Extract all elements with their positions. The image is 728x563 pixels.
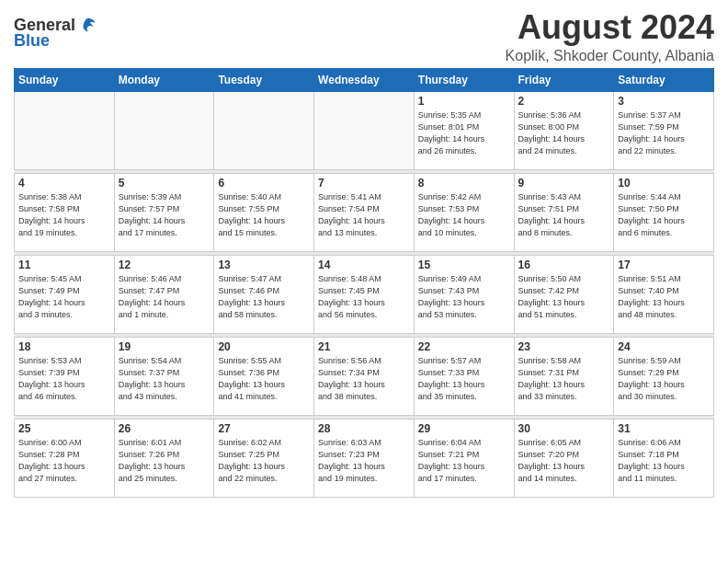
day-number: 28	[318, 422, 410, 435]
day-info: Sunrise: 5:39 AM Sunset: 7:57 PM Dayligh…	[119, 191, 210, 239]
page-header: General Blue August 2024 Koplik, Shkoder…	[14, 9, 714, 64]
logo: General Blue	[14, 15, 98, 51]
day-info: Sunrise: 5:57 AM Sunset: 7:33 PM Dayligh…	[418, 355, 510, 403]
day-info: Sunrise: 6:01 AM Sunset: 7:26 PM Dayligh…	[119, 437, 210, 485]
calendar-cell	[314, 91, 415, 169]
day-header-tuesday: Tuesday	[214, 68, 314, 91]
calendar-cell: 18Sunrise: 5:53 AM Sunset: 7:39 PM Dayli…	[15, 337, 115, 415]
calendar-cell: 11Sunrise: 5:45 AM Sunset: 7:49 PM Dayli…	[15, 255, 115, 333]
calendar-table: SundayMondayTuesdayWednesdayThursdayFrid…	[14, 68, 714, 498]
day-number: 21	[318, 340, 410, 353]
day-number: 22	[418, 340, 510, 353]
calendar-week-row: 4Sunrise: 5:38 AM Sunset: 7:58 PM Daylig…	[15, 173, 714, 251]
calendar-cell: 4Sunrise: 5:38 AM Sunset: 7:58 PM Daylig…	[15, 173, 115, 251]
day-number: 6	[218, 177, 310, 190]
calendar-cell	[214, 91, 314, 169]
calendar-cell: 1Sunrise: 5:35 AM Sunset: 8:01 PM Daylig…	[414, 91, 514, 169]
day-number: 5	[119, 177, 210, 190]
calendar-cell: 9Sunrise: 5:43 AM Sunset: 7:51 PM Daylig…	[514, 173, 614, 251]
day-header-wednesday: Wednesday	[314, 68, 415, 91]
calendar-cell: 6Sunrise: 5:40 AM Sunset: 7:55 PM Daylig…	[214, 173, 314, 251]
day-info: Sunrise: 5:35 AM Sunset: 8:01 PM Dayligh…	[418, 109, 510, 157]
day-info: Sunrise: 6:04 AM Sunset: 7:21 PM Dayligh…	[418, 437, 510, 485]
calendar-cell	[15, 91, 115, 169]
calendar-cell: 23Sunrise: 5:58 AM Sunset: 7:31 PM Dayli…	[514, 337, 614, 415]
day-number: 31	[618, 422, 710, 435]
day-number: 11	[18, 259, 110, 271]
day-number: 24	[618, 340, 710, 353]
day-number: 27	[218, 422, 310, 435]
calendar-header-row: SundayMondayTuesdayWednesdayThursdayFrid…	[15, 68, 714, 91]
day-number: 16	[518, 259, 610, 271]
day-number: 2	[518, 95, 610, 108]
location-subtitle: Koplik, Shkoder County, Albania	[506, 48, 714, 64]
day-header-monday: Monday	[114, 68, 214, 91]
day-info: Sunrise: 6:03 AM Sunset: 7:23 PM Dayligh…	[318, 437, 410, 485]
day-number: 1	[418, 95, 510, 108]
calendar-body: 1Sunrise: 5:35 AM Sunset: 8:01 PM Daylig…	[15, 91, 714, 497]
day-info: Sunrise: 6:05 AM Sunset: 7:20 PM Dayligh…	[518, 437, 610, 485]
day-info: Sunrise: 5:45 AM Sunset: 7:49 PM Dayligh…	[18, 273, 110, 321]
calendar-cell: 14Sunrise: 5:48 AM Sunset: 7:45 PM Dayli…	[314, 255, 415, 333]
calendar-cell: 3Sunrise: 5:37 AM Sunset: 7:59 PM Daylig…	[614, 91, 714, 169]
calendar-cell: 19Sunrise: 5:54 AM Sunset: 7:37 PM Dayli…	[114, 337, 214, 415]
day-info: Sunrise: 5:37 AM Sunset: 7:59 PM Dayligh…	[618, 109, 710, 157]
calendar-cell: 16Sunrise: 5:50 AM Sunset: 7:42 PM Dayli…	[514, 255, 614, 333]
day-info: Sunrise: 5:41 AM Sunset: 7:54 PM Dayligh…	[318, 191, 410, 239]
day-info: Sunrise: 5:55 AM Sunset: 7:36 PM Dayligh…	[218, 355, 310, 403]
day-info: Sunrise: 5:56 AM Sunset: 7:34 PM Dayligh…	[318, 355, 410, 403]
month-year-title: August 2024	[506, 9, 714, 46]
day-info: Sunrise: 5:53 AM Sunset: 7:39 PM Dayligh…	[18, 355, 110, 403]
day-info: Sunrise: 6:00 AM Sunset: 7:28 PM Dayligh…	[18, 437, 110, 485]
calendar-week-row: 1Sunrise: 5:35 AM Sunset: 8:01 PM Daylig…	[15, 91, 714, 169]
day-header-friday: Friday	[514, 68, 614, 91]
day-info: Sunrise: 5:59 AM Sunset: 7:29 PM Dayligh…	[618, 355, 710, 403]
day-info: Sunrise: 5:42 AM Sunset: 7:53 PM Dayligh…	[418, 191, 510, 239]
day-number: 10	[618, 177, 710, 190]
day-number: 18	[18, 340, 110, 353]
day-number: 15	[418, 259, 510, 271]
calendar-cell: 29Sunrise: 6:04 AM Sunset: 7:21 PM Dayli…	[414, 419, 514, 497]
logo-bird-icon	[78, 15, 98, 35]
day-number: 23	[518, 340, 610, 353]
day-info: Sunrise: 5:46 AM Sunset: 7:47 PM Dayligh…	[119, 273, 210, 321]
calendar-cell: 20Sunrise: 5:55 AM Sunset: 7:36 PM Dayli…	[214, 337, 314, 415]
day-info: Sunrise: 5:48 AM Sunset: 7:45 PM Dayligh…	[318, 273, 410, 321]
day-info: Sunrise: 5:51 AM Sunset: 7:40 PM Dayligh…	[618, 273, 710, 321]
day-info: Sunrise: 5:44 AM Sunset: 7:50 PM Dayligh…	[618, 191, 710, 239]
calendar-cell: 27Sunrise: 6:02 AM Sunset: 7:25 PM Dayli…	[214, 419, 314, 497]
day-info: Sunrise: 5:49 AM Sunset: 7:43 PM Dayligh…	[418, 273, 510, 321]
calendar-cell: 30Sunrise: 6:05 AM Sunset: 7:20 PM Dayli…	[514, 419, 614, 497]
calendar-cell: 17Sunrise: 5:51 AM Sunset: 7:40 PM Dayli…	[614, 255, 714, 333]
calendar-week-row: 25Sunrise: 6:00 AM Sunset: 7:28 PM Dayli…	[15, 419, 714, 497]
day-info: Sunrise: 5:47 AM Sunset: 7:46 PM Dayligh…	[218, 273, 310, 321]
day-number: 26	[119, 422, 210, 435]
day-info: Sunrise: 5:36 AM Sunset: 8:00 PM Dayligh…	[518, 109, 610, 157]
calendar-cell: 24Sunrise: 5:59 AM Sunset: 7:29 PM Dayli…	[614, 337, 714, 415]
day-header-saturday: Saturday	[614, 68, 714, 91]
calendar-cell: 25Sunrise: 6:00 AM Sunset: 7:28 PM Dayli…	[15, 419, 115, 497]
day-number: 14	[318, 259, 410, 271]
day-info: Sunrise: 6:02 AM Sunset: 7:25 PM Dayligh…	[218, 437, 310, 485]
day-info: Sunrise: 5:54 AM Sunset: 7:37 PM Dayligh…	[119, 355, 210, 403]
calendar-cell: 21Sunrise: 5:56 AM Sunset: 7:34 PM Dayli…	[314, 337, 415, 415]
calendar-cell: 7Sunrise: 5:41 AM Sunset: 7:54 PM Daylig…	[314, 173, 415, 251]
calendar-cell: 26Sunrise: 6:01 AM Sunset: 7:26 PM Dayli…	[114, 419, 214, 497]
calendar-cell	[114, 91, 214, 169]
calendar-week-row: 11Sunrise: 5:45 AM Sunset: 7:49 PM Dayli…	[15, 255, 714, 333]
day-info: Sunrise: 5:58 AM Sunset: 7:31 PM Dayligh…	[518, 355, 610, 403]
calendar-cell: 31Sunrise: 6:06 AM Sunset: 7:18 PM Dayli…	[614, 419, 714, 497]
day-number: 8	[418, 177, 510, 190]
calendar-cell: 2Sunrise: 5:36 AM Sunset: 8:00 PM Daylig…	[514, 91, 614, 169]
day-number: 3	[618, 95, 710, 108]
day-number: 30	[518, 422, 610, 435]
calendar-cell: 8Sunrise: 5:42 AM Sunset: 7:53 PM Daylig…	[414, 173, 514, 251]
day-number: 4	[18, 177, 110, 190]
day-number: 9	[518, 177, 610, 190]
calendar-cell: 12Sunrise: 5:46 AM Sunset: 7:47 PM Dayli…	[114, 255, 214, 333]
day-header-thursday: Thursday	[414, 68, 514, 91]
calendar-week-row: 18Sunrise: 5:53 AM Sunset: 7:39 PM Dayli…	[15, 337, 714, 415]
calendar-cell: 28Sunrise: 6:03 AM Sunset: 7:23 PM Dayli…	[314, 419, 415, 497]
calendar-cell: 10Sunrise: 5:44 AM Sunset: 7:50 PM Dayli…	[614, 173, 714, 251]
calendar-cell: 13Sunrise: 5:47 AM Sunset: 7:46 PM Dayli…	[214, 255, 314, 333]
